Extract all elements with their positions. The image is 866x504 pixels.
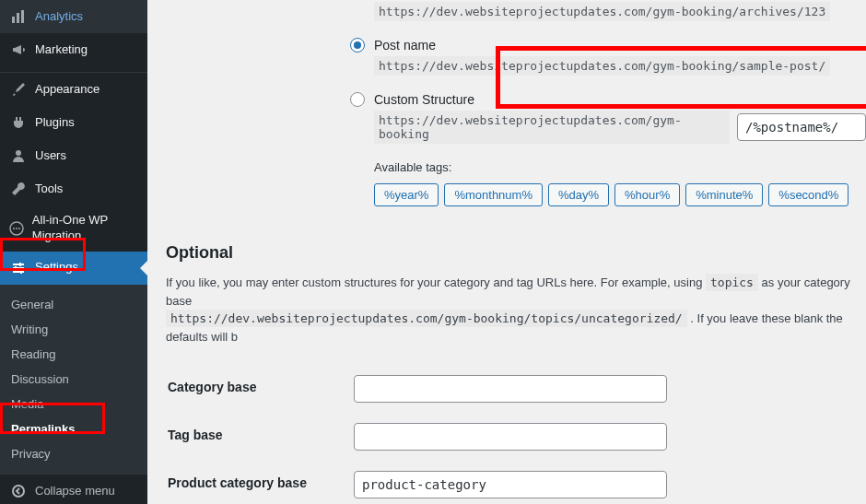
menu-label: All-in-One WP Migration: [32, 213, 140, 244]
radio-row-postname: Post name: [350, 38, 866, 53]
sliders-icon: [9, 259, 28, 277]
collapse-menu[interactable]: Collapse menu: [0, 474, 147, 504]
optional-heading: Optional: [166, 243, 866, 263]
url-numeric: https://dev.websiteprojectupdates.com/gy…: [374, 2, 830, 21]
url-postname: https://dev.websiteprojectupdates.com/gy…: [374, 56, 830, 76]
admin-sidebar: Analytics Marketing Appearance Plugins U…: [0, 0, 147, 504]
brush-icon: [9, 80, 28, 99]
svg-rect-2: [21, 10, 24, 23]
menu-item-plugins[interactable]: Plugins: [0, 106, 147, 139]
submenu-media[interactable]: Media: [0, 392, 147, 416]
settings-submenu: General Writing Reading Discussion Media…: [0, 285, 147, 474]
tag-second[interactable]: %second%: [768, 183, 848, 206]
menu-label: Users: [35, 148, 66, 164]
optional-table: Category base Tag base Product category …: [166, 364, 866, 504]
category-base-input[interactable]: [354, 375, 667, 403]
submenu-general[interactable]: General: [0, 292, 147, 317]
radio-custom[interactable]: [350, 92, 365, 107]
menu-label: Tools: [35, 182, 63, 197]
collapse-label: Collapse menu: [35, 484, 115, 498]
svg-point-14: [13, 486, 24, 497]
tag-base-label: Tag base: [168, 414, 352, 460]
svg-point-5: [13, 228, 15, 229]
radio-label-custom: Custom Structure: [374, 92, 474, 107]
tag-base-input[interactable]: [354, 423, 667, 451]
main-content: Numeric https://dev.websiteprojectupdate…: [147, 0, 866, 504]
svg-rect-11: [19, 263, 21, 266]
collapse-icon: [9, 482, 28, 500]
menu-item-allinone[interactable]: All-in-One WP Migration: [0, 205, 147, 252]
svg-rect-1: [17, 13, 19, 23]
svg-rect-8: [13, 264, 24, 265]
menu-item-settings[interactable]: Settings: [0, 252, 147, 285]
bars-icon: [9, 7, 28, 26]
tag-year[interactable]: %year%: [374, 183, 439, 206]
submenu-permalinks[interactable]: Permalinks: [0, 416, 147, 441]
svg-point-7: [18, 228, 20, 229]
svg-rect-9: [13, 267, 24, 269]
submenu-discussion[interactable]: Discussion: [0, 367, 147, 392]
menu-item-analytics[interactable]: Analytics: [0, 0, 147, 33]
optional-desc: If you like, you may enter custom struct…: [166, 274, 866, 346]
url-custom-base: https://dev.websiteprojectupdates.com/gy…: [374, 111, 730, 144]
wrench-icon: [9, 180, 28, 198]
menu-label: Analytics: [35, 9, 83, 25]
user-icon: [9, 147, 28, 165]
svg-rect-12: [15, 266, 17, 270]
megaphone-icon: [9, 41, 28, 59]
category-base-label: Category base: [168, 366, 352, 412]
tag-minute[interactable]: %minute%: [685, 183, 763, 206]
menu-item-appearance[interactable]: Appearance: [0, 73, 147, 106]
plug-icon: [9, 113, 28, 132]
tag-hour[interactable]: %hour%: [614, 183, 680, 206]
svg-rect-0: [12, 17, 15, 23]
svg-point-3: [16, 150, 21, 156]
menu-label: Appearance: [35, 82, 99, 98]
menu-item-users[interactable]: Users: [0, 139, 147, 172]
product-category-base-input[interactable]: [354, 471, 667, 498]
radio-row-custom: Custom Structure: [350, 92, 866, 107]
menu-label: Settings: [35, 260, 78, 275]
custom-structure-input[interactable]: [737, 113, 866, 141]
dots-icon: [9, 219, 25, 238]
svg-point-6: [16, 228, 18, 229]
submenu-privacy[interactable]: Privacy: [0, 441, 147, 466]
menu-item-marketing[interactable]: Marketing: [0, 33, 147, 66]
menu-item-tools[interactable]: Tools: [0, 172, 147, 205]
radio-label-postname: Post name: [374, 38, 436, 53]
submenu-reading[interactable]: Reading: [0, 342, 147, 367]
svg-rect-13: [20, 270, 22, 274]
tag-day[interactable]: %day%: [548, 183, 609, 206]
menu-label: Marketing: [35, 42, 88, 58]
radio-postname[interactable]: [350, 38, 365, 53]
product-category-base-label: Product category base: [168, 462, 352, 504]
available-tags-label: Available tags:: [374, 160, 866, 174]
submenu-writing[interactable]: Writing: [0, 317, 147, 342]
menu-label: Plugins: [35, 115, 75, 131]
tag-row: %year% %monthnum% %day% %hour% %minute% …: [374, 183, 866, 206]
tag-monthnum[interactable]: %monthnum%: [444, 183, 543, 206]
svg-rect-10: [13, 271, 24, 273]
